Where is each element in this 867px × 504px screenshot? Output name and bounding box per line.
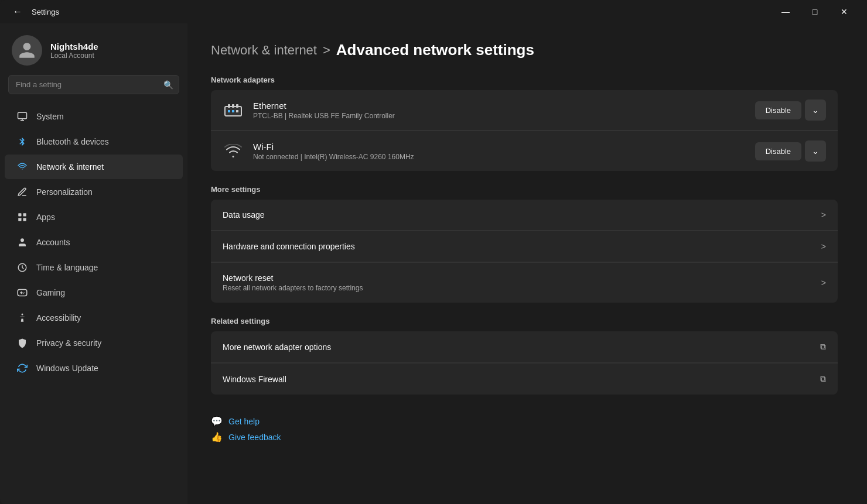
bluetooth-icon — [16, 136, 28, 148]
ethernet-name: Ethernet — [253, 101, 746, 111]
sidebar-item-bluetooth-label: Bluetooth & devices — [36, 137, 109, 146]
sidebar-item-update[interactable]: Windows Update — [5, 356, 183, 380]
data-usage-chevron: > — [821, 210, 826, 220]
svg-rect-13 — [232, 110, 234, 112]
related-settings-title: Related settings — [211, 317, 838, 325]
gaming-icon — [16, 287, 28, 299]
sidebar-item-system[interactable]: System — [5, 104, 183, 129]
get-help-link[interactable]: 💬 Get help — [211, 416, 838, 427]
sidebar-item-update-label: Windows Update — [36, 364, 98, 373]
svg-rect-14 — [236, 110, 238, 112]
svg-rect-4 — [23, 218, 26, 221]
sidebar-item-gaming[interactable]: Gaming — [5, 280, 183, 305]
content-area: Nightsh4de Local Account 🔍 System — [0, 23, 867, 504]
titlebar-left: ← Settings — [9, 4, 59, 20]
adapters-card-group: Ethernet PTCL-BB | Realtek USB FE Family… — [211, 90, 838, 171]
svg-rect-0 — [18, 112, 27, 119]
sidebar-item-network[interactable]: Network & internet — [5, 155, 183, 179]
breadcrumb: Network & internet > Advanced network se… — [211, 41, 838, 59]
ethernet-controls: Disable ⌄ — [755, 100, 826, 121]
network-reset-info: Network reset Reset all network adapters… — [223, 273, 821, 292]
give-feedback-icon: 👍 — [211, 431, 223, 443]
svg-rect-9 — [228, 104, 230, 108]
related-settings-group: More network adapter options ⧉ Windows F… — [211, 331, 838, 395]
wifi-name: Wi-Fi — [253, 142, 746, 152]
sidebar-item-gaming-label: Gaming — [36, 288, 65, 297]
hardware-props-chevron: > — [821, 242, 826, 251]
network-reset-row[interactable]: Network reset Reset all network adapters… — [211, 263, 838, 303]
firewall-external-icon: ⧉ — [820, 374, 826, 384]
sidebar-item-apps[interactable]: Apps — [5, 205, 183, 229]
wifi-icon — [223, 140, 244, 162]
data-usage-row[interactable]: Data usage > — [211, 200, 838, 231]
privacy-icon — [16, 337, 28, 349]
more-settings-group: Data usage > Hardware and connection pro… — [211, 200, 838, 303]
give-feedback-link[interactable]: 👍 Give feedback — [211, 431, 838, 443]
svg-rect-12 — [228, 110, 230, 112]
sidebar-item-accessibility[interactable]: Accessibility — [5, 306, 183, 330]
svg-rect-10 — [232, 104, 234, 108]
get-help-label: Get help — [228, 417, 260, 426]
get-help-icon: 💬 — [211, 416, 223, 427]
search-input[interactable] — [8, 75, 179, 94]
sidebar-item-time[interactable]: Time & language — [5, 255, 183, 280]
network-reset-title: Network reset — [223, 273, 821, 283]
hardware-props-info: Hardware and connection properties — [223, 242, 821, 251]
maximize-button[interactable]: □ — [801, 2, 828, 21]
accessibility-icon — [16, 312, 28, 324]
sidebar-item-personalization[interactable]: Personalization — [5, 180, 183, 204]
breadcrumb-separator: > — [323, 43, 330, 58]
personalization-icon — [16, 186, 28, 198]
titlebar-controls: — □ ✕ — [772, 2, 858, 21]
ethernet-icon — [223, 100, 244, 121]
network-reset-chevron: > — [821, 278, 826, 287]
search-box: 🔍 — [8, 75, 179, 94]
sidebar-item-privacy[interactable]: Privacy & security — [5, 331, 183, 355]
data-usage-info: Data usage — [223, 210, 821, 220]
avatar — [12, 35, 42, 66]
sidebar-item-network-label: Network & internet — [36, 162, 104, 172]
sidebar-item-system-label: System — [36, 112, 64, 121]
accounts-icon — [16, 236, 28, 248]
ethernet-info: Ethernet PTCL-BB | Realtek USB FE Family… — [253, 101, 746, 120]
sidebar-item-privacy-label: Privacy & security — [36, 338, 101, 348]
user-name: Nightsh4de — [50, 42, 98, 52]
sidebar-nav: System Bluetooth & devices Network & int… — [0, 104, 187, 381]
close-button[interactable]: ✕ — [831, 2, 858, 21]
wifi-expand-button[interactable]: ⌄ — [805, 140, 826, 162]
time-icon — [16, 262, 28, 273]
footer-links: 💬 Get help 👍 Give feedback — [211, 409, 838, 443]
sidebar-item-accounts[interactable]: Accounts — [5, 230, 183, 255]
sidebar-item-apps-label: Apps — [36, 212, 55, 222]
wifi-disable-button[interactable]: Disable — [755, 142, 801, 160]
sidebar-item-accessibility-label: Accessibility — [36, 313, 81, 323]
svg-rect-3 — [18, 218, 21, 221]
user-type: Local Account — [50, 52, 98, 60]
search-icon: 🔍 — [163, 80, 173, 90]
system-icon — [16, 111, 28, 122]
titlebar-title: Settings — [32, 8, 59, 16]
hardware-props-row[interactable]: Hardware and connection properties > — [211, 231, 838, 262]
update-icon — [16, 362, 28, 374]
more-adapters-external-icon: ⧉ — [820, 342, 826, 352]
ethernet-expand-button[interactable]: ⌄ — [805, 100, 826, 121]
wifi-desc: Not connected | Intel(R) Wireless-AC 926… — [253, 153, 746, 161]
titlebar: ← Settings — □ ✕ — [0, 0, 867, 23]
breadcrumb-parent: Network & internet — [211, 43, 317, 58]
back-button[interactable]: ← — [9, 4, 26, 20]
sidebar: Nightsh4de Local Account 🔍 System — [0, 23, 187, 504]
svg-rect-2 — [23, 213, 26, 216]
wifi-info: Wi-Fi Not connected | Intel(R) Wireless-… — [253, 142, 746, 161]
more-adapters-title: More network adapter options — [223, 342, 820, 352]
wifi-controls: Disable ⌄ — [755, 140, 826, 162]
firewall-row[interactable]: Windows Firewall ⧉ — [211, 364, 838, 395]
firewall-info: Windows Firewall — [223, 375, 820, 384]
sidebar-item-bluetooth[interactable]: Bluetooth & devices — [5, 129, 183, 154]
more-adapters-info: More network adapter options — [223, 342, 820, 352]
main-content: Network & internet > Advanced network se… — [187, 23, 867, 504]
give-feedback-label: Give feedback — [228, 433, 281, 442]
user-section: Nightsh4de Local Account — [0, 23, 187, 75]
ethernet-disable-button[interactable]: Disable — [755, 101, 801, 119]
minimize-button[interactable]: — — [772, 2, 799, 21]
more-adapters-row[interactable]: More network adapter options ⧉ — [211, 331, 838, 363]
